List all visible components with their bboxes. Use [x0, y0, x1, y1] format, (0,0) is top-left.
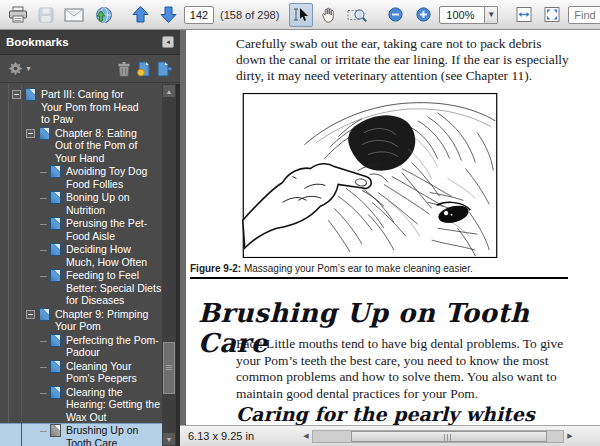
fit-page-icon [543, 6, 561, 23]
bookmarks-panel: Bookmarks ◂ ▼ Part III: Caring for Your … [0, 30, 180, 446]
bookmark-page-icon [50, 386, 61, 399]
find-input[interactable] [568, 6, 600, 24]
globe-upload-icon [92, 6, 113, 24]
save-icon [38, 7, 54, 23]
figure-caption: Figure 9-2: Massaging your Pom’s ear to … [190, 263, 572, 274]
zoom-dropdown-arrow-icon[interactable]: ▼ [485, 6, 498, 24]
hscroll-thumb[interactable] [351, 431, 547, 442]
bookmark-page-icon [50, 165, 61, 178]
options-dropdown-arrow-icon: ▼ [25, 65, 32, 72]
save-button[interactable] [34, 3, 58, 27]
bookmark-page-icon [50, 424, 61, 437]
bookmarks-tree: Part III: Caring for Your Pom from Head … [0, 84, 162, 446]
page-number-input[interactable] [184, 6, 214, 24]
zoom-level-control[interactable]: 100% ▼ [439, 6, 498, 24]
bookmark-item-feeding-to-feel-better[interactable]: Feeding to Feel Better: Special Diets fo… [0, 269, 162, 307]
bookmark-page-icon [25, 88, 36, 101]
arrow-down-icon [159, 5, 178, 24]
marquee-zoom-icon [347, 6, 368, 24]
pdf-reader-window: (158 of 298) 100% ▼ ▼ [0, 0, 600, 446]
arrow-up-icon [131, 5, 150, 24]
collapse-expander-icon[interactable] [12, 90, 21, 99]
marquee-zoom-button[interactable] [345, 3, 369, 27]
fit-width-icon [515, 6, 533, 23]
caption-rule [190, 277, 568, 279]
bookmark-options-button[interactable]: ▼ [8, 61, 32, 76]
fit-width-button[interactable] [512, 3, 536, 27]
bookmark-page-icon [50, 269, 61, 282]
delete-bookmark-button[interactable] [117, 61, 131, 77]
printer-icon [8, 6, 28, 23]
bookmark-item-perfecting-pom-padour[interactable]: Perfecting the Pom-Padour [0, 334, 162, 359]
scroll-up-icon[interactable]: ▲ [163, 85, 175, 97]
status-bar: 6.13 x 9.25 in ◀ ▶ [180, 425, 600, 446]
zoom-level-value[interactable]: 100% [439, 6, 485, 24]
collapse-panel-button[interactable]: ◂ [162, 36, 174, 48]
bookmark-page-icon [50, 334, 61, 347]
bookmark-page-icon [39, 127, 50, 140]
bookmarks-scrollbar[interactable]: ▲ ▼ [162, 84, 176, 446]
document-pane: Carefully swab out the ear, taking care … [180, 30, 600, 425]
bookmark-item-avoiding-toy-dog[interactable]: Avoiding Toy Dog Food Follies [0, 165, 162, 190]
bookmark-item-chapter-8[interactable]: Chapter 8: Eating Out of the Pom of Your… [0, 127, 162, 165]
zoom-out-button[interactable] [383, 3, 407, 27]
find-control: ▼ [568, 6, 600, 24]
bookmark-item-part-iii[interactable]: Part III: Caring for Your Pom from Head … [0, 88, 162, 126]
select-tool-icon [292, 6, 310, 24]
bookmark-item-brushing-up-on-tooth-care[interactable]: Brushing Up on Tooth Care [0, 424, 162, 446]
collapse-expander-icon[interactable] [26, 310, 35, 319]
bookmark-item-clearing-the-hearing[interactable]: Clearing the Hearing: Getting the Wax Ou… [0, 386, 162, 424]
bookmark-item-boning-up[interactable]: Boning Up on Nutrition [0, 191, 162, 216]
figure-9-2-illustration [242, 93, 498, 258]
bookmark-page-icon [50, 243, 61, 256]
hscroll-right-icon[interactable]: ▶ [564, 430, 576, 442]
figure-caption-text: Massaging your Pom’s ear to make cleanin… [244, 263, 473, 274]
body-paragraph-tooth-care: Fact: Little mouths tend to have big den… [236, 336, 578, 402]
figure-caption-label: Figure 9-2: [190, 263, 241, 274]
horizontal-scrollbar[interactable] [312, 430, 564, 443]
bookmark-page-icon [50, 191, 61, 204]
next-page-button[interactable] [156, 3, 180, 27]
bookmark-item-perusing-pet-food[interactable]: Perusing the Pet-Food Aisle [0, 217, 162, 242]
zoom-in-icon [416, 7, 431, 22]
previous-page-button[interactable] [128, 3, 152, 27]
bookmarks-panel-header: Bookmarks ◂ [0, 30, 180, 55]
new-bookmark-icon [156, 61, 172, 77]
new-bookmark-button[interactable] [156, 61, 172, 77]
share-online-button[interactable] [90, 3, 114, 27]
trash-icon [117, 61, 131, 77]
bookmark-page-icon [39, 308, 50, 321]
envelope-icon [64, 8, 84, 22]
bookmark-star-icon [136, 61, 151, 77]
bookmarks-toolbar: ▼ [0, 55, 180, 83]
hand-tool-icon [320, 6, 338, 24]
bookmark-item-deciding-how-much[interactable]: Deciding How Much, How Often [0, 243, 162, 268]
pdf-page: Carefully swab out the ear, taking care … [186, 30, 600, 425]
subsection-heading: Caring for the pearly whites [236, 403, 535, 425]
scroll-down-icon[interactable]: ▼ [163, 433, 175, 445]
bookmark-page-icon [50, 217, 61, 230]
scrollbar-thumb[interactable] [163, 342, 175, 394]
bookmark-item-cleaning-peepers[interactable]: Cleaning Your Pom's Peepers [0, 360, 162, 385]
email-button[interactable] [62, 3, 86, 27]
body-paragraph-ear-care: Carefully swab out the ear, taking care … [236, 36, 574, 84]
fit-page-button[interactable] [540, 3, 564, 27]
highlight-current-bookmark-button[interactable] [136, 61, 151, 77]
hand-tool-button[interactable] [317, 3, 341, 27]
collapse-expander-icon[interactable] [26, 129, 35, 138]
main-toolbar: (158 of 298) 100% ▼ ▼ [0, 0, 600, 30]
bookmark-page-icon [50, 360, 61, 373]
print-button[interactable] [6, 3, 30, 27]
bookmark-item-chapter-9[interactable]: Chapter 9: Primping Your Pom [0, 308, 162, 333]
page-count-label: (158 of 298) [220, 9, 279, 21]
page-size-label: 6.13 x 9.25 in [188, 430, 254, 442]
bookmarks-panel-title: Bookmarks [6, 36, 69, 48]
gear-icon [8, 61, 23, 76]
zoom-in-button[interactable] [411, 3, 435, 27]
select-tool-button[interactable] [289, 3, 313, 27]
zoom-out-icon [388, 7, 403, 22]
hscroll-left-icon[interactable]: ◀ [300, 430, 312, 442]
